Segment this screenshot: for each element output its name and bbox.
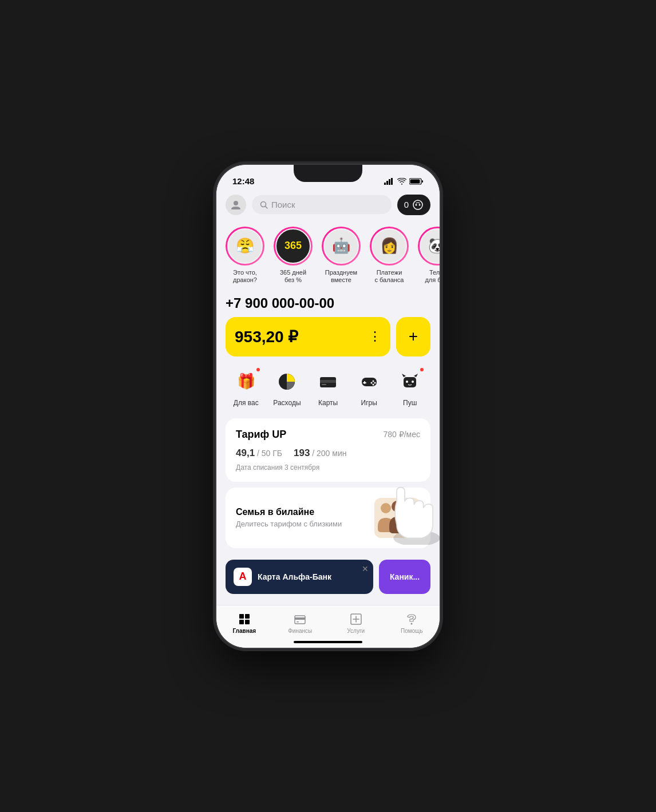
alfa-banner-text: Карта Альфа-Банк [258, 572, 331, 581]
points-button[interactable]: 0 [397, 195, 430, 215]
story-label-2: 365 днейбез % [280, 269, 306, 284]
alfa-banner[interactable]: А Карта Альфа-Банк ✕ [226, 560, 373, 594]
svg-point-12 [419, 204, 421, 205]
svg-point-11 [416, 204, 417, 205]
tariff-header: Тариф UP 780 ₽/мес [236, 429, 420, 441]
balance-amount: 953,20 ₽ [235, 327, 298, 346]
nav-services[interactable]: Услуги [328, 610, 384, 636]
svg-marker-25 [402, 374, 406, 377]
family-card[interactable]: Семья в билайне Делитесь тарифом с близк… [226, 488, 430, 548]
story-inner-2: 365 [275, 228, 311, 264]
balance-card[interactable]: 953,20 ₽ ⋮ [226, 317, 390, 357]
story-item-4[interactable]: 👩 Платежис баланса [370, 227, 409, 284]
tariff-card[interactable]: Тариф UP 780 ₽/мес 49,1 / 50 ГБ 193 / 20… [226, 418, 430, 482]
banners-row: А Карта Альфа-Банк ✕ Каник... [216, 554, 440, 600]
tariff-date: Дата списания 3 сентября [236, 464, 420, 472]
balance-row: 953,20 ₽ ⋮ + [216, 317, 440, 357]
story-item-1[interactable]: 😤 Это что,дракон? [226, 227, 264, 284]
nav-finance[interactable]: Финансы [272, 610, 329, 636]
nav-services-icon [349, 612, 363, 626]
action-push-label: Пуш [403, 399, 417, 407]
family-title: Семья в билайне [236, 507, 342, 517]
svg-point-28 [412, 381, 414, 383]
nav-main-label: Главная [232, 628, 256, 634]
action-games-label: Игры [361, 399, 377, 407]
story-inner-5: 🐼 [420, 228, 440, 264]
svg-rect-40 [297, 621, 299, 623]
status-icons [384, 178, 424, 185]
story-item-3[interactable]: 🤖 Празднуемвместе [322, 227, 361, 284]
story-inner-1: 😤 [227, 228, 263, 264]
action-push[interactable]: Пуш [396, 368, 424, 407]
action-foryou-icon: 🎁 [232, 368, 260, 395]
nav-help-label: Помощь [401, 628, 423, 634]
svg-rect-15 [320, 380, 336, 383]
card-icon [318, 371, 338, 392]
svg-rect-39 [295, 617, 305, 620]
balance-menu-icon[interactable]: ⋮ [369, 329, 381, 344]
svg-point-23 [372, 383, 374, 385]
purple-banner-text: Каник... [390, 572, 420, 581]
family-text: Семья в билайне Делитесь тарифом с близк… [236, 507, 342, 528]
avatar-button[interactable] [226, 195, 246, 215]
svg-point-21 [374, 382, 376, 383]
search-icon [260, 201, 268, 209]
action-cards[interactable]: Карты [314, 368, 342, 407]
action-foryou[interactable]: 🎁 Для вас [232, 368, 260, 407]
svg-rect-1 [386, 181, 388, 185]
story-label-5: Теле-для бл... [425, 269, 440, 284]
nav-finance-label: Финансы [288, 628, 312, 634]
svg-rect-6 [410, 179, 420, 183]
story-ring-4: 👩 [370, 227, 409, 266]
scroll-content: Поиск 0 😤 [216, 190, 440, 605]
family-illustration [374, 498, 420, 538]
svg-point-22 [370, 382, 372, 383]
action-games[interactable]: Игры [355, 368, 383, 407]
story-label-1: Это что,дракон? [233, 269, 257, 284]
svg-rect-34 [239, 614, 244, 619]
svg-point-30 [381, 503, 391, 513]
story-ring-3: 🤖 [322, 227, 361, 266]
svg-point-32 [404, 505, 413, 514]
svg-point-42 [411, 623, 413, 624]
purple-banner[interactable]: Каник... [379, 560, 430, 594]
svg-rect-35 [245, 614, 250, 619]
svg-rect-0 [384, 183, 386, 185]
nav-main-icon [238, 612, 251, 626]
story-label-3: Празднуемвместе [325, 269, 357, 284]
story-item-5[interactable]: 🐼 Теле-для бл... [418, 227, 440, 284]
cat-icon [400, 371, 420, 392]
action-foryou-label: Для вас [234, 399, 259, 407]
stat-minutes: 193 / 200 мин [294, 447, 346, 459]
add-button[interactable]: + [396, 317, 430, 357]
story-ring-5: 🐼 [418, 227, 440, 266]
svg-rect-37 [245, 620, 250, 624]
story-label-4: Платежис баланса [375, 269, 404, 284]
foryou-badge [255, 367, 261, 373]
action-push-icon [396, 368, 424, 395]
notch [294, 165, 362, 182]
user-icon [230, 199, 242, 211]
search-bar[interactable]: Поиск [252, 195, 392, 214]
alfa-icon: А [234, 568, 252, 586]
stat-data: 49,1 / 50 ГБ [236, 447, 282, 459]
quick-actions: 🎁 Для вас Расходы [216, 357, 440, 413]
alfa-banner-close[interactable]: ✕ [362, 564, 369, 573]
action-expenses[interactable]: Расходы [273, 368, 301, 407]
nav-help-icon [405, 612, 418, 626]
family-image [374, 498, 420, 538]
stat-data-used: 49,1 [236, 447, 255, 458]
nav-main[interactable]: Главная [216, 610, 272, 636]
action-cards-icon [314, 368, 342, 395]
tariff-name: Тариф UP [236, 429, 286, 441]
story-inner-3: 🤖 [323, 228, 359, 264]
svg-rect-17 [362, 378, 377, 386]
story-item-2[interactable]: 365 365 днейбез % [274, 227, 313, 284]
svg-rect-5 [422, 180, 423, 183]
tariff-stats: 49,1 / 50 ГБ 193 / 200 мин [236, 447, 420, 459]
svg-point-20 [372, 380, 374, 382]
svg-point-7 [234, 201, 238, 205]
nav-help[interactable]: Помощь [384, 610, 440, 636]
family-subtitle: Делитесь тарифом с близкими [236, 520, 342, 528]
status-time: 12:48 [232, 176, 254, 186]
